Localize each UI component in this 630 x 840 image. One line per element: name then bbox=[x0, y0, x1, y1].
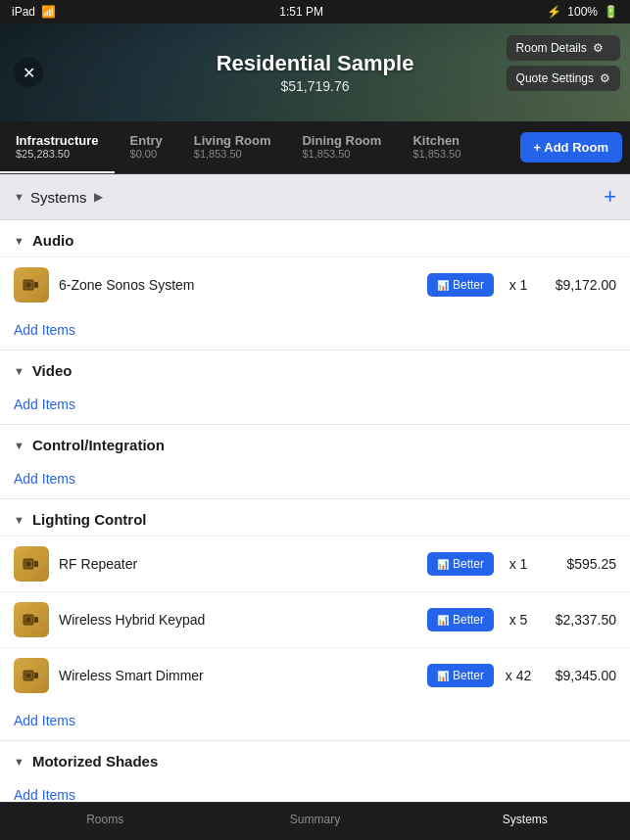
bar-chart-icon: 📊 bbox=[437, 615, 449, 626]
time-label: 1:51 PM bbox=[279, 5, 323, 19]
svg-point-10 bbox=[26, 674, 31, 678]
add-items-video-button[interactable]: Add Items bbox=[0, 387, 89, 424]
status-bar: iPad 📶 1:51 PM ⚡ 100% 🔋 bbox=[0, 0, 630, 23]
section-video: ▼ Video Add Items bbox=[0, 350, 630, 425]
section-control-arrow: ▼ bbox=[14, 440, 24, 451]
main-content: ▼ Audio 6-Zone Sonos System 📊 Better x 1… bbox=[0, 220, 630, 840]
rooms-label: Rooms bbox=[86, 813, 123, 826]
add-room-button[interactable]: + Add Room bbox=[520, 132, 622, 163]
tier-badge-better[interactable]: 📊 Better bbox=[427, 552, 494, 576]
tab-label: Dining Room bbox=[302, 133, 381, 148]
item-qty: x 5 bbox=[504, 612, 533, 628]
section-header-lighting: ▼ Lighting Control bbox=[0, 499, 630, 536]
nav-systems[interactable]: Systems bbox=[420, 803, 630, 840]
item-name: RF Repeater bbox=[59, 556, 417, 572]
tier-label: Better bbox=[453, 669, 484, 682]
item-qty: x 1 bbox=[504, 277, 533, 293]
bar-chart-icon: 📊 bbox=[437, 559, 449, 570]
tab-living-room[interactable]: Living Room $1,853.50 bbox=[178, 121, 287, 173]
tier-label: Better bbox=[453, 557, 484, 571]
battery-icon: 🔋 bbox=[604, 5, 618, 19]
systems-right-arrow[interactable]: ▶ bbox=[94, 190, 103, 204]
item-price: $9,172.00 bbox=[543, 277, 616, 293]
nav-rooms[interactable]: Rooms bbox=[0, 803, 210, 840]
section-header-control: ▼ Control/Integration bbox=[0, 425, 630, 461]
item-row: 6-Zone Sonos System 📊 Better x 1 $9,172.… bbox=[0, 257, 630, 312]
nav-summary[interactable]: Summary bbox=[210, 803, 419, 840]
wifi-icon: 📶 bbox=[41, 5, 56, 19]
item-icon bbox=[14, 546, 49, 582]
hero-content: Residential Sample $51,719.76 bbox=[217, 51, 414, 94]
item-price: $595.25 bbox=[543, 556, 616, 572]
section-lighting-arrow: ▼ bbox=[14, 514, 24, 526]
tier-badge-better[interactable]: 📊 Better bbox=[427, 273, 494, 297]
bottom-nav: Rooms Summary Systems bbox=[0, 802, 630, 840]
hero-actions: Room Details ⚙ Quote Settings ⚙ bbox=[507, 35, 620, 91]
room-details-button[interactable]: Room Details ⚙ bbox=[507, 35, 620, 61]
svg-rect-8 bbox=[34, 617, 38, 623]
tab-label: Living Room bbox=[194, 133, 271, 148]
tab-kitchen[interactable]: Kitchen $1,853.50 bbox=[397, 121, 476, 173]
tab-entry[interactable]: Entry $0.00 bbox=[115, 121, 178, 173]
close-button[interactable]: ✕ bbox=[14, 58, 43, 87]
tier-badge-better[interactable]: 📊 Better bbox=[427, 608, 494, 631]
bar-chart-icon: 📊 bbox=[437, 280, 449, 291]
project-title: Residential Sample bbox=[217, 51, 414, 76]
item-icon bbox=[14, 602, 49, 637]
bar-chart-icon: 📊 bbox=[437, 671, 449, 681]
hero-header: ✕ Residential Sample $51,719.76 Room Det… bbox=[0, 23, 630, 121]
item-row: Wireless Hybrid Keypad 📊 Better x 5 $2,3… bbox=[0, 591, 630, 647]
item-price: $2,337.50 bbox=[543, 612, 616, 628]
svg-rect-5 bbox=[34, 561, 38, 567]
item-name: 6-Zone Sonos System bbox=[59, 277, 417, 293]
sliders-icon: ⚙ bbox=[593, 41, 604, 55]
section-audio: ▼ Audio 6-Zone Sonos System 📊 Better x 1… bbox=[0, 220, 630, 350]
tab-infrastructure[interactable]: Infrastructure $25,283.50 bbox=[0, 121, 115, 173]
section-header-video: ▼ Video bbox=[0, 350, 630, 387]
room-tabs: Infrastructure $25,283.50 Entry $0.00 Li… bbox=[0, 121, 630, 174]
item-price: $9,345.00 bbox=[543, 668, 616, 683]
project-price: $51,719.76 bbox=[217, 78, 414, 94]
section-shades-arrow: ▼ bbox=[14, 756, 24, 768]
add-items-lighting-button[interactable]: Add Items bbox=[0, 703, 89, 740]
tab-price: $1,853.50 bbox=[302, 148, 381, 160]
add-items-control-button[interactable]: Add Items bbox=[0, 461, 89, 498]
item-row: RF Repeater 📊 Better x 1 $595.25 bbox=[0, 536, 630, 591]
item-row: Wireless Smart Dimmer 📊 Better x 42 $9,3… bbox=[0, 647, 630, 703]
systems-label: Systems bbox=[30, 189, 87, 206]
carrier-label: iPad bbox=[12, 5, 35, 19]
tab-price: $1,853.50 bbox=[194, 148, 271, 160]
tier-badge-better[interactable]: 📊 Better bbox=[427, 664, 494, 687]
tier-label: Better bbox=[453, 613, 484, 627]
section-video-title: Video bbox=[32, 362, 73, 379]
tab-price: $1,853.50 bbox=[412, 148, 460, 160]
section-audio-arrow: ▼ bbox=[14, 235, 24, 247]
item-icon bbox=[14, 267, 49, 303]
tab-price: $25,283.50 bbox=[16, 148, 99, 160]
item-icon bbox=[14, 658, 49, 693]
section-audio-title: Audio bbox=[32, 232, 74, 249]
item-name: Wireless Hybrid Keypad bbox=[59, 612, 417, 628]
section-header-audio: ▼ Audio bbox=[0, 220, 630, 257]
section-control-title: Control/Integration bbox=[32, 437, 165, 453]
item-name: Wireless Smart Dimmer bbox=[59, 668, 417, 683]
room-details-label: Room Details bbox=[516, 41, 587, 55]
section-video-arrow: ▼ bbox=[14, 365, 24, 377]
tab-label: Entry bbox=[130, 133, 163, 148]
svg-rect-2 bbox=[34, 282, 38, 288]
tab-label: Infrastructure bbox=[16, 133, 99, 148]
item-qty: x 42 bbox=[504, 668, 533, 683]
systems-down-arrow[interactable]: ▼ bbox=[14, 191, 24, 203]
systems-add-button[interactable]: + bbox=[604, 184, 616, 210]
systems-nav-arrows: ▶ bbox=[94, 190, 103, 204]
tier-label: Better bbox=[453, 278, 484, 292]
section-lighting-title: Lighting Control bbox=[32, 511, 147, 528]
add-items-audio-button[interactable]: Add Items bbox=[0, 312, 89, 350]
quote-settings-button[interactable]: Quote Settings ⚙ bbox=[507, 66, 620, 91]
systems-nav-label: Systems bbox=[503, 813, 548, 826]
tab-dining-room[interactable]: Dining Room $1,853.50 bbox=[286, 121, 397, 173]
section-header-shades: ▼ Motorized Shades bbox=[0, 741, 630, 777]
section-lighting: ▼ Lighting Control RF Repeater 📊 Better … bbox=[0, 499, 630, 741]
section-shades-title: Motorized Shades bbox=[32, 753, 158, 770]
tab-price: $0.00 bbox=[130, 148, 163, 160]
